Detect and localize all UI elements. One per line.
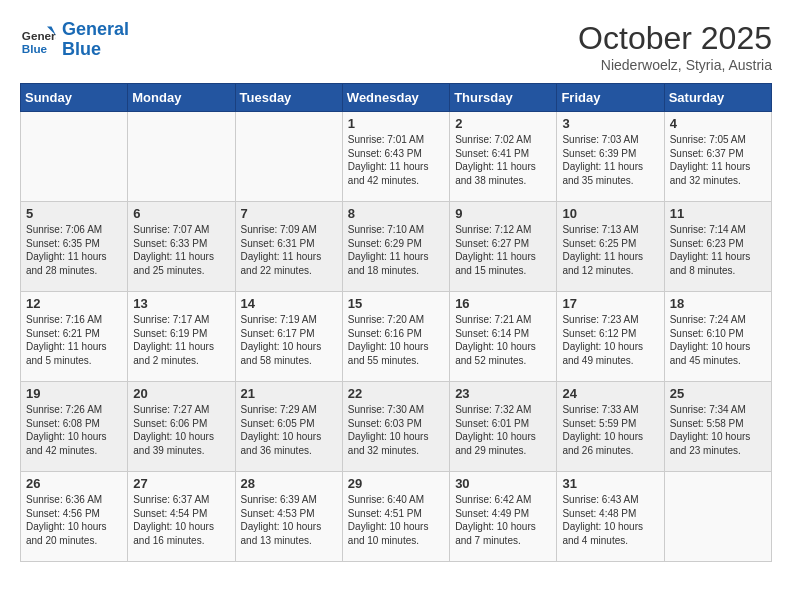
day-info: Sunrise: 7:01 AM Sunset: 6:43 PM Dayligh… — [348, 133, 444, 187]
page-header: General Blue General Blue October 2025 N… — [20, 20, 772, 73]
day-number: 1 — [348, 116, 444, 131]
calendar-cell: 1Sunrise: 7:01 AM Sunset: 6:43 PM Daylig… — [342, 112, 449, 202]
header-saturday: Saturday — [664, 84, 771, 112]
calendar-cell: 4Sunrise: 7:05 AM Sunset: 6:37 PM Daylig… — [664, 112, 771, 202]
day-info: Sunrise: 6:43 AM Sunset: 4:48 PM Dayligh… — [562, 493, 658, 547]
day-number: 10 — [562, 206, 658, 221]
calendar-cell: 12Sunrise: 7:16 AM Sunset: 6:21 PM Dayli… — [21, 292, 128, 382]
day-number: 9 — [455, 206, 551, 221]
day-number: 7 — [241, 206, 337, 221]
day-number: 22 — [348, 386, 444, 401]
calendar-cell: 22Sunrise: 7:30 AM Sunset: 6:03 PM Dayli… — [342, 382, 449, 472]
day-info: Sunrise: 7:32 AM Sunset: 6:01 PM Dayligh… — [455, 403, 551, 457]
calendar-cell — [21, 112, 128, 202]
calendar-cell: 25Sunrise: 7:34 AM Sunset: 5:58 PM Dayli… — [664, 382, 771, 472]
day-number: 4 — [670, 116, 766, 131]
day-info: Sunrise: 7:23 AM Sunset: 6:12 PM Dayligh… — [562, 313, 658, 367]
day-number: 30 — [455, 476, 551, 491]
calendar-cell: 17Sunrise: 7:23 AM Sunset: 6:12 PM Dayli… — [557, 292, 664, 382]
calendar-cell: 7Sunrise: 7:09 AM Sunset: 6:31 PM Daylig… — [235, 202, 342, 292]
calendar-cell: 28Sunrise: 6:39 AM Sunset: 4:53 PM Dayli… — [235, 472, 342, 562]
month-title: October 2025 — [578, 20, 772, 57]
day-info: Sunrise: 6:39 AM Sunset: 4:53 PM Dayligh… — [241, 493, 337, 547]
header-tuesday: Tuesday — [235, 84, 342, 112]
calendar-cell — [128, 112, 235, 202]
location-subtitle: Niederwoelz, Styria, Austria — [578, 57, 772, 73]
calendar-cell: 27Sunrise: 6:37 AM Sunset: 4:54 PM Dayli… — [128, 472, 235, 562]
day-info: Sunrise: 7:17 AM Sunset: 6:19 PM Dayligh… — [133, 313, 229, 367]
calendar-cell: 30Sunrise: 6:42 AM Sunset: 4:49 PM Dayli… — [450, 472, 557, 562]
calendar-week-2: 12Sunrise: 7:16 AM Sunset: 6:21 PM Dayli… — [21, 292, 772, 382]
calendar-cell: 16Sunrise: 7:21 AM Sunset: 6:14 PM Dayli… — [450, 292, 557, 382]
day-number: 8 — [348, 206, 444, 221]
header-sunday: Sunday — [21, 84, 128, 112]
calendar-cell: 5Sunrise: 7:06 AM Sunset: 6:35 PM Daylig… — [21, 202, 128, 292]
calendar-cell: 6Sunrise: 7:07 AM Sunset: 6:33 PM Daylig… — [128, 202, 235, 292]
calendar-cell: 15Sunrise: 7:20 AM Sunset: 6:16 PM Dayli… — [342, 292, 449, 382]
weekday-header-row: Sunday Monday Tuesday Wednesday Thursday… — [21, 84, 772, 112]
day-info: Sunrise: 7:07 AM Sunset: 6:33 PM Dayligh… — [133, 223, 229, 277]
day-number: 24 — [562, 386, 658, 401]
day-info: Sunrise: 7:03 AM Sunset: 6:39 PM Dayligh… — [562, 133, 658, 187]
day-number: 15 — [348, 296, 444, 311]
day-info: Sunrise: 7:09 AM Sunset: 6:31 PM Dayligh… — [241, 223, 337, 277]
day-info: Sunrise: 7:05 AM Sunset: 6:37 PM Dayligh… — [670, 133, 766, 187]
calendar-cell — [664, 472, 771, 562]
calendar-cell: 23Sunrise: 7:32 AM Sunset: 6:01 PM Dayli… — [450, 382, 557, 472]
day-info: Sunrise: 7:12 AM Sunset: 6:27 PM Dayligh… — [455, 223, 551, 277]
logo-general: General — [62, 19, 129, 39]
day-number: 19 — [26, 386, 122, 401]
day-info: Sunrise: 7:16 AM Sunset: 6:21 PM Dayligh… — [26, 313, 122, 367]
calendar-week-0: 1Sunrise: 7:01 AM Sunset: 6:43 PM Daylig… — [21, 112, 772, 202]
calendar-cell: 19Sunrise: 7:26 AM Sunset: 6:08 PM Dayli… — [21, 382, 128, 472]
calendar-cell: 2Sunrise: 7:02 AM Sunset: 6:41 PM Daylig… — [450, 112, 557, 202]
calendar-cell: 3Sunrise: 7:03 AM Sunset: 6:39 PM Daylig… — [557, 112, 664, 202]
calendar-cell: 11Sunrise: 7:14 AM Sunset: 6:23 PM Dayli… — [664, 202, 771, 292]
day-number: 27 — [133, 476, 229, 491]
day-number: 31 — [562, 476, 658, 491]
day-info: Sunrise: 7:27 AM Sunset: 6:06 PM Dayligh… — [133, 403, 229, 457]
calendar-cell: 24Sunrise: 7:33 AM Sunset: 5:59 PM Dayli… — [557, 382, 664, 472]
logo: General Blue General Blue — [20, 20, 129, 60]
calendar-week-3: 19Sunrise: 7:26 AM Sunset: 6:08 PM Dayli… — [21, 382, 772, 472]
day-number: 11 — [670, 206, 766, 221]
day-info: Sunrise: 7:19 AM Sunset: 6:17 PM Dayligh… — [241, 313, 337, 367]
day-number: 13 — [133, 296, 229, 311]
day-info: Sunrise: 7:33 AM Sunset: 5:59 PM Dayligh… — [562, 403, 658, 457]
day-number: 16 — [455, 296, 551, 311]
calendar-cell: 21Sunrise: 7:29 AM Sunset: 6:05 PM Dayli… — [235, 382, 342, 472]
day-number: 28 — [241, 476, 337, 491]
day-number: 29 — [348, 476, 444, 491]
day-info: Sunrise: 7:13 AM Sunset: 6:25 PM Dayligh… — [562, 223, 658, 277]
day-number: 20 — [133, 386, 229, 401]
day-number: 6 — [133, 206, 229, 221]
calendar-cell: 29Sunrise: 6:40 AM Sunset: 4:51 PM Dayli… — [342, 472, 449, 562]
calendar-cell: 31Sunrise: 6:43 AM Sunset: 4:48 PM Dayli… — [557, 472, 664, 562]
day-info: Sunrise: 6:42 AM Sunset: 4:49 PM Dayligh… — [455, 493, 551, 547]
day-number: 12 — [26, 296, 122, 311]
calendar-cell: 9Sunrise: 7:12 AM Sunset: 6:27 PM Daylig… — [450, 202, 557, 292]
day-info: Sunrise: 7:20 AM Sunset: 6:16 PM Dayligh… — [348, 313, 444, 367]
day-info: Sunrise: 7:14 AM Sunset: 6:23 PM Dayligh… — [670, 223, 766, 277]
day-info: Sunrise: 7:02 AM Sunset: 6:41 PM Dayligh… — [455, 133, 551, 187]
day-info: Sunrise: 6:37 AM Sunset: 4:54 PM Dayligh… — [133, 493, 229, 547]
day-number: 25 — [670, 386, 766, 401]
calendar-table: Sunday Monday Tuesday Wednesday Thursday… — [20, 83, 772, 562]
day-number: 18 — [670, 296, 766, 311]
calendar-cell — [235, 112, 342, 202]
calendar-cell: 18Sunrise: 7:24 AM Sunset: 6:10 PM Dayli… — [664, 292, 771, 382]
day-info: Sunrise: 7:26 AM Sunset: 6:08 PM Dayligh… — [26, 403, 122, 457]
calendar-cell: 8Sunrise: 7:10 AM Sunset: 6:29 PM Daylig… — [342, 202, 449, 292]
header-thursday: Thursday — [450, 84, 557, 112]
day-info: Sunrise: 7:29 AM Sunset: 6:05 PM Dayligh… — [241, 403, 337, 457]
day-number: 26 — [26, 476, 122, 491]
calendar-cell: 26Sunrise: 6:36 AM Sunset: 4:56 PM Dayli… — [21, 472, 128, 562]
day-info: Sunrise: 7:30 AM Sunset: 6:03 PM Dayligh… — [348, 403, 444, 457]
day-info: Sunrise: 7:34 AM Sunset: 5:58 PM Dayligh… — [670, 403, 766, 457]
day-info: Sunrise: 7:10 AM Sunset: 6:29 PM Dayligh… — [348, 223, 444, 277]
logo-blue: Blue — [62, 39, 101, 59]
day-info: Sunrise: 6:40 AM Sunset: 4:51 PM Dayligh… — [348, 493, 444, 547]
calendar-cell: 20Sunrise: 7:27 AM Sunset: 6:06 PM Dayli… — [128, 382, 235, 472]
logo-icon: General Blue — [20, 22, 56, 58]
logo-text: General Blue — [62, 20, 129, 60]
